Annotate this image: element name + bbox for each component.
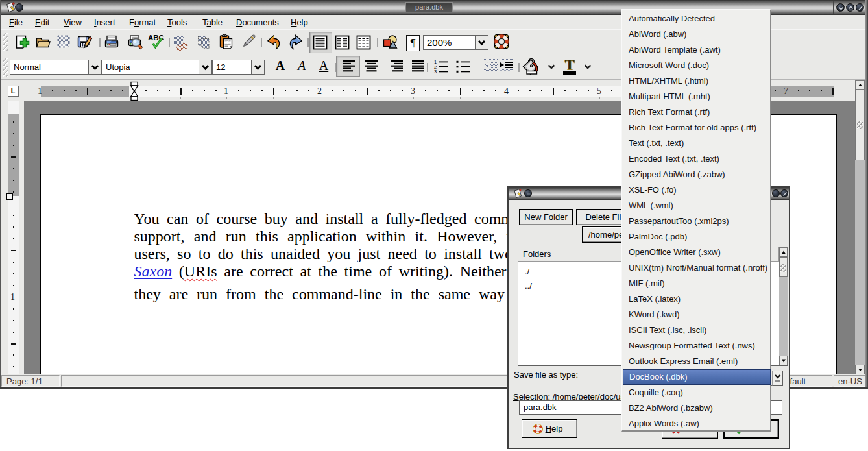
svg-text:3: 3 [434,69,437,75]
svg-text:ABC: ABC [148,34,164,42]
